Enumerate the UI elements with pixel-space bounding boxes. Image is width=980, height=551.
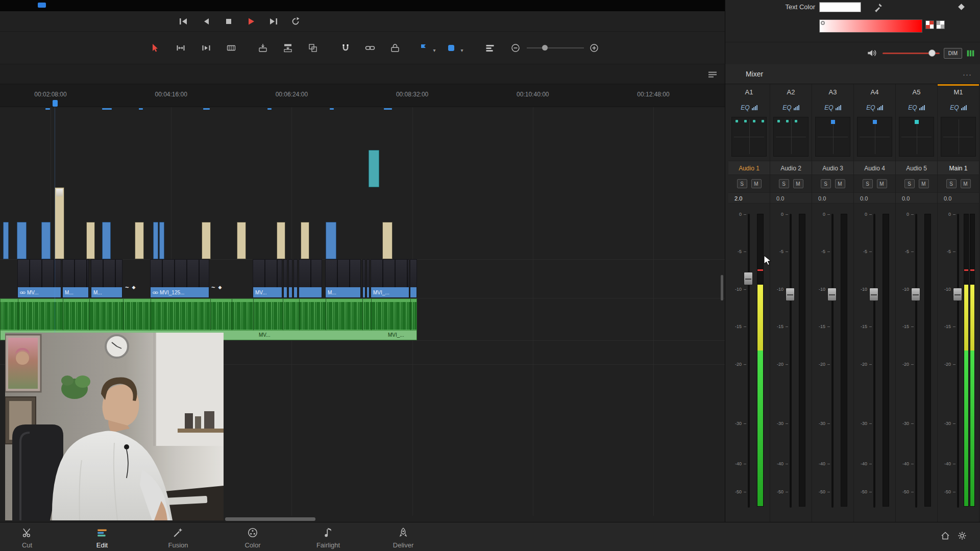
video-clip[interactable]: [410, 259, 417, 298]
channel-fader-area[interactable]: 0-5-10-15-20-30-40-50: [938, 210, 979, 518]
mute-button[interactable]: M: [835, 179, 845, 188]
fade-curve-icon[interactable]: ~: [211, 284, 215, 291]
timeline-view-options-button[interactable]: [484, 42, 496, 54]
mixer-menu-button[interactable]: ···: [963, 70, 972, 79]
channel-eq-button[interactable]: EQ: [854, 99, 895, 114]
channel-pan-control[interactable]: [941, 117, 976, 157]
blade-edit-mode-button[interactable]: [225, 42, 237, 54]
stop-button[interactable]: [223, 15, 235, 28]
timeline-options-icon[interactable]: [707, 69, 718, 80]
fade-curve-icon[interactable]: ~: [125, 284, 129, 291]
solo-button[interactable]: S: [821, 179, 831, 188]
mute-button[interactable]: M: [877, 179, 887, 188]
nav-fusion[interactable]: Fusion: [155, 526, 201, 549]
timeline-vertical-scrollbar[interactable]: [721, 275, 723, 300]
insert-clip-button[interactable]: [257, 42, 269, 54]
solo-button[interactable]: S: [737, 179, 747, 188]
video-clip[interactable]: M...: [91, 259, 122, 298]
tan-clip[interactable]: [135, 222, 144, 259]
channel-pan-control[interactable]: [857, 117, 892, 157]
zoom-in-button[interactable]: [588, 42, 600, 54]
linked-selection-button[interactable]: [364, 42, 376, 54]
flag-button[interactable]: [418, 42, 430, 54]
channel-eq-button[interactable]: EQ: [728, 99, 770, 114]
channel-name[interactable]: Audio 4: [854, 161, 895, 175]
channel-eq-button[interactable]: EQ: [770, 99, 812, 114]
blue-clip[interactable]: [17, 222, 27, 259]
tan-clip[interactable]: [237, 222, 246, 259]
channel-name[interactable]: Audio 3: [812, 161, 853, 175]
fader-handle[interactable]: [786, 288, 795, 301]
play-reverse-button[interactable]: [200, 15, 212, 28]
skip-to-start-button[interactable]: [177, 15, 189, 28]
channel-name[interactable]: Audio 2: [770, 161, 812, 175]
tan-clip[interactable]: [301, 222, 309, 259]
marker-button[interactable]: [445, 42, 457, 54]
color-checker-alpha[interactable]: [936, 20, 945, 29]
fader-handle[interactable]: [911, 288, 920, 301]
channel-name[interactable]: Audio 5: [896, 161, 937, 175]
channel-pan-control[interactable]: [899, 117, 934, 157]
fader-handle[interactable]: [827, 288, 837, 301]
video-clip[interactable]: [283, 259, 287, 298]
playhead[interactable]: [53, 100, 58, 107]
trim-edit-mode-button[interactable]: [175, 42, 187, 54]
selection-mode-button[interactable]: [149, 42, 161, 54]
video-clip[interactable]: M...: [325, 259, 361, 298]
nav-deliver[interactable]: Deliver: [380, 526, 426, 549]
solo-button[interactable]: S: [779, 179, 789, 188]
nav-cut[interactable]: Cut: [4, 526, 50, 549]
mini-clip[interactable]: [102, 108, 112, 110]
settings-gear-icon[interactable]: [957, 531, 969, 543]
eyedropper-icon[interactable]: [873, 2, 884, 12]
audio-meters-icon[interactable]: [966, 49, 975, 58]
channel-eq-button[interactable]: EQ: [896, 99, 937, 114]
channel-pan-control[interactable]: [815, 117, 850, 157]
zoom-slider-handle[interactable]: [542, 45, 548, 51]
channel-fader-area[interactable]: 0-5-10-15-20-30-40-50: [728, 210, 770, 518]
video-clip[interactable]: [366, 259, 370, 298]
video-clip[interactable]: [299, 259, 322, 298]
mini-clip[interactable]: [267, 108, 272, 110]
mini-clip[interactable]: [203, 108, 210, 110]
speaker-icon[interactable]: [866, 47, 877, 59]
text-color-swatch[interactable]: [819, 2, 861, 12]
solo-button[interactable]: S: [863, 179, 873, 188]
blue-clip[interactable]: [326, 222, 336, 259]
channel-fader-area[interactable]: 0-5-10-15-20-30-40-50: [812, 210, 853, 518]
channel-pan-control[interactable]: [773, 117, 808, 157]
keyframe-diamond-icon[interactable]: [958, 4, 965, 10]
blue-clip[interactable]: [102, 222, 111, 259]
gradient-handle[interactable]: [821, 21, 825, 25]
snapping-button[interactable]: [339, 42, 352, 54]
timeline-ruler[interactable]: 00:02:08:0000:04:16:0000:06:24:0000:08:3…: [0, 84, 725, 107]
mute-button[interactable]: M: [751, 179, 762, 188]
mute-button[interactable]: M: [793, 179, 803, 188]
keyframe-diamond-icon[interactable]: ◆: [218, 285, 222, 290]
position-lock-button[interactable]: [389, 42, 401, 54]
volume-slider-handle[interactable]: [928, 49, 936, 57]
blue-clip[interactable]: [153, 222, 158, 259]
video-clip[interactable]: [362, 259, 365, 298]
video-clip[interactable]: MVI_...: [371, 259, 409, 298]
channel-fader-area[interactable]: 0-5-10-15-20-30-40-50: [770, 210, 812, 518]
teal-clip[interactable]: [369, 150, 379, 187]
nav-fairlight[interactable]: Fairlight: [305, 526, 351, 549]
channel-fader-area[interactable]: 0-5-10-15-20-30-40-50: [854, 210, 895, 518]
mini-clip[interactable]: [384, 108, 392, 110]
channel-eq-button[interactable]: EQ: [938, 99, 979, 114]
nav-color[interactable]: Color: [230, 526, 276, 549]
channel-name[interactable]: Audio 1: [728, 161, 770, 175]
solo-button[interactable]: S: [946, 179, 957, 188]
zoom-slider-button[interactable]: [527, 42, 584, 54]
channel-fader-area[interactable]: 0-5-10-15-20-30-40-50: [896, 210, 937, 518]
fader-handle[interactable]: [744, 272, 753, 285]
mini-clip[interactable]: [139, 108, 143, 110]
fader-handle[interactable]: [869, 288, 878, 301]
solo-button[interactable]: S: [904, 179, 915, 188]
tan-tall-clip[interactable]: [55, 187, 64, 259]
tan-clip[interactable]: [202, 222, 211, 259]
play-button[interactable]: [244, 15, 257, 28]
mini-clip[interactable]: [45, 108, 50, 110]
tan-clip[interactable]: [382, 222, 393, 259]
